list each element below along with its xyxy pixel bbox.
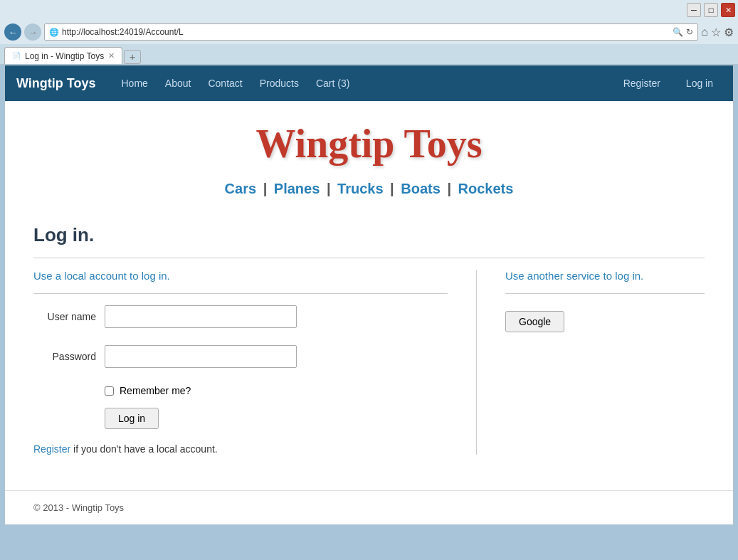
local-login-section: Use a local account to log in. User name…: [33, 270, 477, 455]
remember-row: Remember me?: [105, 385, 448, 396]
username-label: User name: [33, 311, 105, 322]
restore-button[interactable]: □: [704, 3, 718, 17]
nav-about[interactable]: About: [157, 78, 200, 89]
main-content: Log in. Use a local account to log in. U…: [5, 210, 733, 469]
nav-right: Register Log in: [615, 78, 722, 89]
nav-contact[interactable]: Contact: [199, 78, 251, 89]
nav-cart[interactable]: Cart (3): [307, 78, 358, 89]
back-button[interactable]: ←: [4, 23, 21, 41]
tab-title: Log in - Wingtip Toys: [25, 51, 104, 61]
site-nav: Wingtip Toys Home About Contact Products…: [5, 65, 733, 101]
nav-login[interactable]: Log in: [678, 78, 722, 89]
register-suffix-text: if you don't have a local account.: [70, 443, 218, 455]
register-link-section: Register if you don't have a local accou…: [33, 443, 448, 455]
nav-register[interactable]: Register: [615, 78, 669, 89]
website-content: Wingtip Toys Home About Contact Products…: [4, 65, 734, 525]
password-label: Password: [33, 351, 105, 362]
nav-links: Home About Contact Products Cart (3): [113, 78, 615, 89]
footer-text: © 2013 - Wingtip Toys: [33, 502, 124, 513]
register-link[interactable]: Register: [33, 443, 70, 455]
new-tab-button[interactable]: +: [124, 50, 141, 64]
username-row: User name: [33, 305, 448, 328]
login-button[interactable]: Log in: [105, 408, 159, 429]
category-boats[interactable]: Boats: [401, 181, 441, 196]
username-input[interactable]: [105, 305, 297, 328]
home-icon[interactable]: ⌂: [701, 26, 708, 38]
remember-checkbox[interactable]: [105, 386, 114, 396]
browser-navbar: ← → 🌐 http://localhost:24019/Account/L 🔍…: [0, 20, 738, 44]
tab-favicon: 📄: [12, 52, 21, 60]
address-text: http://localhost:24019/Account/L: [62, 27, 670, 37]
sep-4: |: [447, 181, 451, 196]
tab-close-button[interactable]: ✕: [108, 51, 115, 60]
refresh-icon[interactable]: ↻: [686, 27, 693, 37]
address-bar[interactable]: 🌐 http://localhost:24019/Account/L 🔍 ↻: [44, 23, 698, 41]
page-title: Log in.: [33, 224, 705, 246]
google-button[interactable]: Google: [505, 311, 564, 332]
settings-icon[interactable]: ⚙: [724, 26, 734, 39]
minimize-button[interactable]: ─: [687, 3, 701, 17]
site-footer: © 2013 - Wingtip Toys: [5, 490, 733, 524]
forward-button[interactable]: →: [24, 23, 41, 41]
password-input[interactable]: [105, 345, 297, 368]
search-icon: 🔍: [673, 27, 683, 37]
login-layout: Use a local account to log in. User name…: [33, 270, 705, 455]
category-planes[interactable]: Planes: [274, 181, 320, 196]
remember-label: Remember me?: [120, 385, 191, 396]
tab-bar: 📄 Log in - Wingtip Toys ✕ +: [0, 44, 738, 64]
sep-3: |: [390, 181, 394, 196]
hero-section: Wingtip Toys: [5, 101, 733, 174]
category-trucks[interactable]: Trucks: [337, 181, 383, 196]
password-row: Password: [33, 345, 448, 368]
local-divider: [33, 293, 448, 294]
local-section-title: Use a local account to log in.: [33, 270, 448, 282]
external-login-section: Use another service to log in. Google: [477, 270, 705, 455]
sep-2: |: [327, 181, 331, 196]
favorites-icon[interactable]: ☆: [711, 26, 721, 39]
category-bar: Cars | Planes | Trucks | Boats | Rockets: [5, 174, 733, 210]
nav-products[interactable]: Products: [251, 78, 307, 89]
category-cars[interactable]: Cars: [225, 181, 256, 196]
close-button[interactable]: ✕: [721, 3, 735, 17]
hero-title: Wingtip Toys: [5, 121, 733, 167]
category-rockets[interactable]: Rockets: [458, 181, 514, 196]
nav-home[interactable]: Home: [113, 78, 157, 89]
active-tab[interactable]: 📄 Log in - Wingtip Toys ✕: [4, 47, 122, 64]
service-divider: [505, 293, 705, 294]
site-brand[interactable]: Wingtip Toys: [16, 76, 96, 91]
sep-1: |: [263, 181, 268, 196]
divider: [33, 258, 705, 258]
service-section-title: Use another service to log in.: [505, 270, 705, 282]
address-icon: 🌐: [49, 28, 59, 37]
